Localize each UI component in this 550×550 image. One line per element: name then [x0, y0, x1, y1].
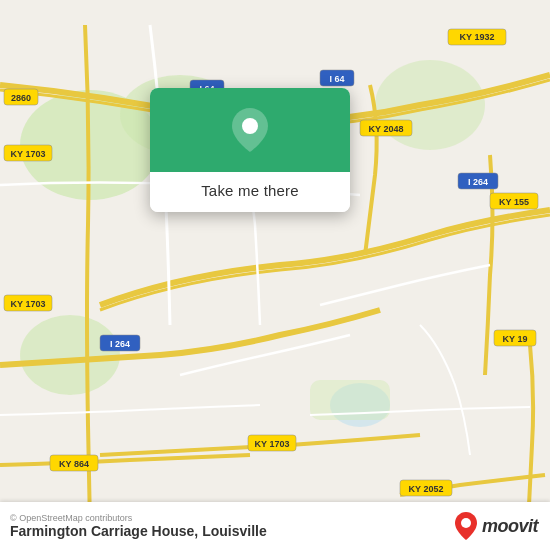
svg-text:KY 155: KY 155 — [499, 197, 529, 207]
location-pin-icon — [232, 108, 268, 152]
svg-point-3 — [20, 315, 120, 395]
copyright-text: © OpenStreetMap contributors — [10, 513, 267, 523]
svg-text:KY 1703: KY 1703 — [11, 299, 46, 309]
svg-point-35 — [461, 518, 471, 528]
moovit-pin-icon — [455, 512, 477, 540]
svg-text:KY 1703: KY 1703 — [11, 149, 46, 159]
moovit-brand-text: moovit — [482, 516, 538, 537]
svg-text:KY 19: KY 19 — [503, 334, 528, 344]
svg-text:2860: 2860 — [11, 93, 31, 103]
svg-text:KY 1703: KY 1703 — [255, 439, 290, 449]
popup-button-area: Take me there — [150, 172, 350, 212]
location-name: Farmington Carriage House, Louisville — [10, 523, 267, 539]
svg-text:KY 1932: KY 1932 — [460, 32, 495, 42]
svg-text:I 264: I 264 — [110, 339, 130, 349]
moovit-logo: moovit — [455, 512, 538, 540]
map-container: KY 1932 I 64 I 64 2860 KY 1703 KY 2048 I… — [0, 0, 550, 550]
svg-text:I 264: I 264 — [468, 177, 488, 187]
take-me-there-button[interactable]: Take me there — [201, 182, 299, 199]
svg-point-34 — [242, 118, 258, 134]
bottom-bar: © OpenStreetMap contributors Farmington … — [0, 502, 550, 550]
bottom-left: © OpenStreetMap contributors Farmington … — [10, 513, 267, 539]
map-roads: KY 1932 I 64 I 64 2860 KY 1703 KY 2048 I… — [0, 0, 550, 550]
svg-text:I 64: I 64 — [329, 74, 344, 84]
svg-text:KY 864: KY 864 — [59, 459, 89, 469]
popup-green-area — [150, 88, 350, 172]
svg-text:KY 2052: KY 2052 — [409, 484, 444, 494]
svg-text:KY 2048: KY 2048 — [369, 124, 404, 134]
popup-card: Take me there — [150, 88, 350, 212]
